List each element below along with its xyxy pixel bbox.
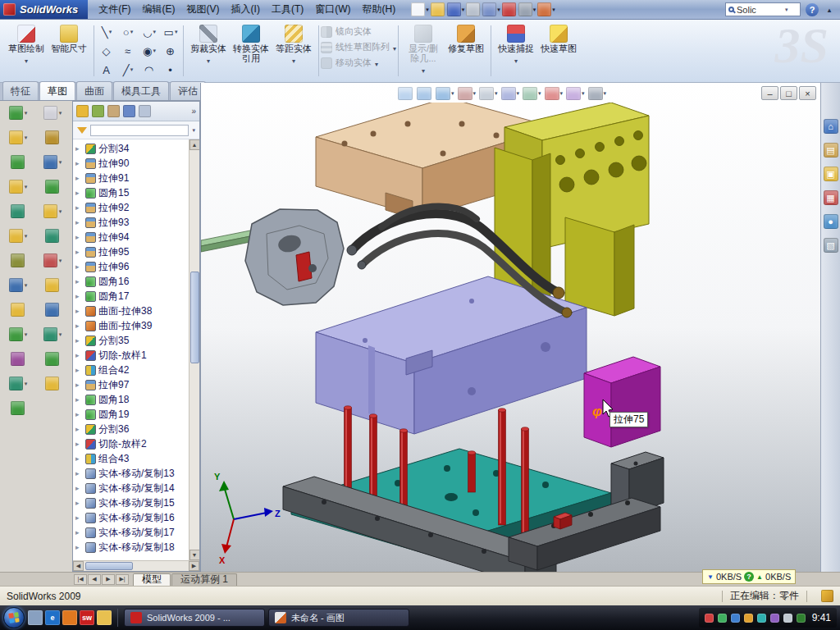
- left-tool-icon[interactable]: [9, 278, 23, 292]
- dropdown-caret[interactable]: ▾: [25, 331, 28, 338]
- left-tool-icon[interactable]: [9, 327, 23, 341]
- expander-icon[interactable]: [75, 381, 83, 389]
- convert-entities-button[interactable]: 转换实体引用: [231, 23, 272, 65]
- dropdown-caret[interactable]: ▾: [560, 90, 564, 97]
- tree-item[interactable]: 实体-移动/复制13: [73, 466, 189, 481]
- expander-icon[interactable]: [75, 277, 83, 285]
- next-tab-arrow[interactable]: [102, 574, 115, 585]
- show-desktop-icon[interactable]: [28, 610, 43, 625]
- tree-item[interactable]: 拉伸93: [73, 215, 189, 230]
- commandmanager-tab[interactable]: 特征: [2, 81, 39, 100]
- commandmanager-tab[interactable]: 模具工具: [113, 81, 169, 100]
- rapid-sketch-button[interactable]: 快速草图: [538, 23, 579, 55]
- left-tool-icon[interactable]: [11, 352, 25, 366]
- orientation-triad[interactable]: Y Z X: [214, 472, 281, 565]
- expander-icon[interactable]: [75, 203, 83, 212]
- left-tool-icon[interactable]: [45, 229, 59, 243]
- expander-icon[interactable]: [75, 543, 83, 551]
- dropdown-caret[interactable]: ▾: [109, 29, 112, 35]
- media-player-icon[interactable]: [62, 610, 77, 625]
- expander-icon[interactable]: [75, 307, 83, 315]
- trim-entities-button[interactable]: 剪裁实体: [188, 23, 229, 67]
- tree-item[interactable]: 圆角18: [73, 392, 189, 407]
- construction-point-icon[interactable]: •: [160, 61, 181, 80]
- folder-quicklaunch-icon[interactable]: [97, 610, 112, 625]
- dropdown-caret[interactable]: ▾: [130, 29, 134, 35]
- tree-item[interactable]: 实体-移动/复制16: [73, 510, 189, 525]
- centerline-tool-icon[interactable]: ╱ ▾: [117, 61, 139, 80]
- dropdown-caret[interactable]: [375, 57, 378, 69]
- tree-item[interactable]: 拉伸97: [73, 377, 189, 392]
- section-view-icon[interactable]: [458, 87, 472, 100]
- appearance-icon[interactable]: [537, 2, 551, 16]
- dropdown-caret[interactable]: ▾: [462, 7, 465, 13]
- design-library-icon[interactable]: ▤: [824, 143, 838, 158]
- slot-tool-icon[interactable]: ◠: [139, 61, 160, 80]
- search-box[interactable]: ▾: [725, 2, 801, 16]
- tree-item[interactable]: 拉伸95: [73, 244, 189, 259]
- tray-icon[interactable]: [744, 614, 753, 623]
- zoom-area-icon[interactable]: [417, 87, 431, 100]
- left-tool-icon[interactable]: [11, 401, 25, 415]
- expander-icon[interactable]: [75, 410, 83, 418]
- dropdown-caret[interactable]: ▾: [153, 29, 156, 35]
- left-tool-icon[interactable]: [9, 377, 23, 390]
- menu-item[interactable]: 窗口(W): [309, 0, 356, 19]
- propertymanager-tab-icon[interactable]: [92, 105, 104, 117]
- expander-icon[interactable]: [75, 248, 83, 256]
- tree-item[interactable]: 组合43: [73, 451, 189, 466]
- net-widget-help-icon[interactable]: ?: [744, 572, 754, 582]
- dropdown-caret[interactable]: ▾: [473, 90, 477, 97]
- menu-item[interactable]: 编辑(E): [137, 0, 181, 19]
- menu-item[interactable]: 插入(I): [226, 0, 266, 19]
- dropdown-caret[interactable]: [292, 54, 295, 66]
- edit-appearance-icon[interactable]: [545, 87, 559, 100]
- menu-item[interactable]: 文件(F): [93, 0, 136, 19]
- apply-scene-icon[interactable]: [566, 87, 581, 100]
- tree-item[interactable]: 切除-放样2: [73, 436, 189, 451]
- expander-icon[interactable]: [75, 440, 83, 448]
- expander-icon[interactable]: [75, 484, 83, 492]
- dropdown-caret[interactable]: ▾: [604, 90, 607, 97]
- point-tool-icon[interactable]: ⊕: [160, 42, 181, 61]
- dropdown-caret[interactable]: ▾: [426, 7, 429, 13]
- prev-tab-arrow[interactable]: [88, 574, 101, 585]
- expander-icon[interactable]: [75, 514, 83, 522]
- left-tool-icon[interactable]: [45, 130, 59, 144]
- scroll-up-arrow[interactable]: [189, 139, 200, 150]
- filter-input[interactable]: [90, 125, 189, 136]
- document-tab[interactable]: 运动算例 1: [171, 573, 237, 586]
- dropdown-caret[interactable]: ▾: [59, 110, 62, 116]
- solidworks-quicklaunch-icon[interactable]: sw: [80, 610, 94, 625]
- view-palette-icon[interactable]: ▦: [824, 190, 838, 205]
- left-tool-icon[interactable]: [45, 278, 59, 292]
- display-style-icon[interactable]: [501, 87, 516, 100]
- expander-icon[interactable]: [75, 499, 83, 507]
- expander-icon[interactable]: [75, 528, 83, 536]
- display-delete-relations-button[interactable]: 显示/删除几...: [403, 23, 444, 77]
- tree-item[interactable]: 分割36: [73, 422, 189, 436]
- dropdown-caret[interactable]: ▾: [517, 90, 520, 97]
- dropdown-caret[interactable]: ▾: [59, 258, 62, 264]
- internet-explorer-icon[interactable]: e: [45, 610, 60, 625]
- open-icon[interactable]: [431, 2, 445, 16]
- search-input[interactable]: [737, 5, 783, 15]
- left-tool-icon[interactable]: [43, 253, 57, 267]
- tree-vertical-scrollbar[interactable]: [189, 139, 199, 560]
- dropdown-caret[interactable]: ▾: [533, 7, 536, 13]
- dropdown-caret[interactable]: ▾: [59, 159, 62, 166]
- dropdown-caret[interactable]: ▾: [582, 90, 585, 97]
- tree-item[interactable]: 分割34: [73, 141, 189, 156]
- expander-icon[interactable]: [75, 144, 83, 153]
- expander-icon[interactable]: [75, 336, 83, 345]
- dimxpertmanager-tab-icon[interactable]: [123, 105, 135, 117]
- expander-icon[interactable]: [75, 218, 83, 226]
- dropdown-caret[interactable]: ▾: [25, 233, 28, 240]
- filter-funnel-icon[interactable]: [77, 127, 87, 134]
- tree-item[interactable]: 组合42: [73, 363, 189, 377]
- tree-item[interactable]: 曲面-拉伸39: [73, 318, 189, 333]
- scroll-down-arrow[interactable]: [189, 550, 200, 560]
- dropdown-caret[interactable]: ▾: [538, 90, 541, 97]
- mirror-entities-button[interactable]: 镜向实体: [321, 25, 396, 38]
- tree-horizontal-scrollbar[interactable]: [73, 560, 199, 571]
